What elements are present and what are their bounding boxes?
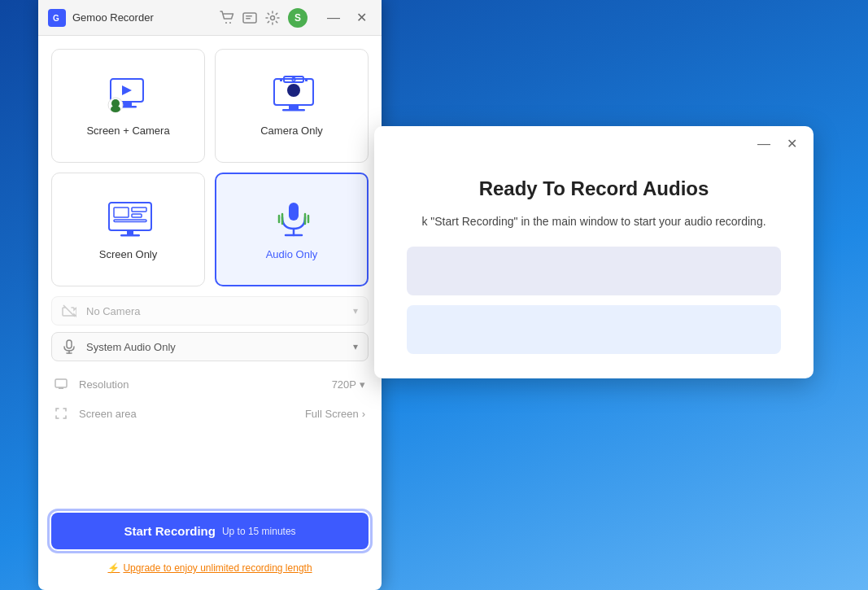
dialog-input-area-2: [407, 305, 781, 354]
dialog-content: Ready To Record Audios k "Start Recordin…: [374, 161, 813, 378]
svg-rect-21: [280, 79, 282, 81]
resolution-arrow: ▾: [360, 378, 365, 391]
title-actions: S — ✕: [220, 8, 372, 28]
resolution-row[interactable]: Resolution 720P ▾: [51, 371, 369, 397]
system-audio-label: System Audio Only: [86, 341, 345, 353]
svg-rect-22: [305, 79, 308, 81]
dialog-minimize-button[interactable]: —: [752, 134, 775, 153]
microphone-setting-row[interactable]: System Audio Only ▾: [51, 332, 369, 361]
svg-rect-23: [109, 203, 151, 230]
svg-line-38: [63, 305, 75, 317]
no-camera-label: No Camera: [86, 305, 345, 317]
svg-rect-27: [114, 220, 146, 222]
resolution-icon: [55, 378, 71, 391]
svg-rect-28: [127, 230, 133, 234]
dialog-input-area-1: [407, 247, 781, 295]
screen-area-value: Full Screen ›: [305, 408, 365, 420]
dialog-close-button[interactable]: ✕: [782, 134, 802, 153]
svg-rect-39: [67, 340, 72, 348]
start-recording-button[interactable]: Start Recording Up to 15 minutes: [51, 513, 369, 549]
screen-area-label: Screen area: [79, 408, 297, 420]
screen-area-arrow: ›: [362, 408, 365, 420]
svg-rect-16: [289, 105, 299, 109]
settings-icon[interactable]: [265, 11, 280, 25]
microphone-icon: [62, 339, 78, 354]
svg-rect-25: [132, 208, 146, 212]
user-avatar[interactable]: S: [288, 8, 308, 28]
cart-icon[interactable]: [220, 11, 234, 25]
mode-camera-only[interactable]: Camera Only: [215, 49, 369, 163]
screen-camera-icon: [104, 76, 153, 116]
extra-settings: Resolution 720P ▾ Screen area Full Scree…: [51, 371, 369, 426]
screen-camera-label: Screen + Camera: [86, 125, 169, 137]
svg-rect-26: [132, 214, 142, 217]
svg-rect-42: [55, 379, 67, 387]
svg-point-14: [111, 106, 120, 112]
minimize-button[interactable]: —: [322, 8, 345, 27]
app-title: Gemoo Recorder: [72, 11, 213, 24]
resolution-label: Resolution: [79, 378, 324, 391]
app-icon: G: [48, 9, 66, 27]
close-button[interactable]: ✕: [351, 8, 372, 27]
svg-point-18: [287, 84, 300, 97]
camera-dropdown-arrow: ▾: [353, 305, 358, 317]
svg-rect-9: [122, 102, 132, 106]
svg-rect-17: [282, 109, 305, 111]
svg-rect-5: [246, 15, 252, 17]
dialog-description: k "Start Recording" in the main window t…: [407, 213, 781, 230]
title-bar: G Gemoo Recorder: [38, 0, 382, 36]
svg-point-7: [271, 15, 275, 20]
svg-point-3: [229, 22, 231, 24]
recordings-icon[interactable]: [242, 11, 257, 25]
svg-rect-24: [114, 208, 129, 217]
camera-only-icon: [268, 76, 316, 116]
microphone-dropdown-arrow: ▾: [353, 341, 358, 352]
mode-audio-only[interactable]: Audio Only: [215, 173, 369, 286]
no-camera-icon: [62, 304, 78, 318]
svg-rect-29: [120, 234, 140, 237]
screen-only-label: Screen Only: [99, 248, 158, 260]
screen-area-row[interactable]: Screen area Full Screen ›: [51, 400, 369, 426]
svg-rect-43: [59, 387, 63, 389]
resolution-value: 720P ▾: [332, 378, 365, 391]
mode-screen-camera[interactable]: Screen + Camera: [51, 49, 205, 163]
upgrade-link[interactable]: Upgrade to enjoy unlimited recording len…: [51, 559, 369, 577]
recorder-window: G Gemoo Recorder: [38, 0, 382, 590]
svg-marker-11: [122, 85, 132, 95]
camera-setting-row[interactable]: No Camera ▾: [51, 296, 369, 326]
settings-section: No Camera ▾ System Audio Only ▾: [51, 296, 369, 361]
svg-rect-6: [246, 18, 251, 20]
ready-to-record-dialog: — ✕ Ready To Record Audios k "Start Reco…: [374, 126, 813, 378]
recording-limit-text: Up to 15 minutes: [222, 526, 296, 537]
screen-only-icon: [104, 199, 153, 240]
mode-screen-only[interactable]: Screen Only: [51, 173, 205, 286]
audio-only-icon: [268, 199, 316, 240]
dialog-heading: Ready To Record Audios: [407, 177, 781, 200]
audio-only-label: Audio Only: [266, 248, 318, 260]
dialog-title-bar: — ✕: [374, 126, 813, 161]
camera-only-label: Camera Only: [260, 125, 323, 137]
recorder-content: Screen + Camera: [38, 36, 382, 590]
svg-text:G: G: [53, 14, 59, 23]
svg-rect-30: [289, 203, 299, 221]
svg-point-2: [225, 22, 227, 24]
screen-area-icon: [55, 407, 71, 420]
mode-grid: Screen + Camera: [51, 49, 369, 286]
window-controls: — ✕: [322, 8, 372, 27]
